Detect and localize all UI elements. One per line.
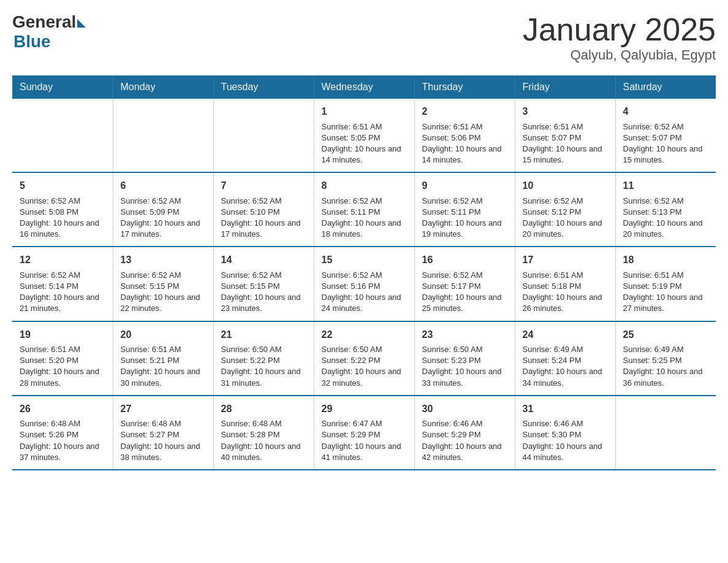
day-info: Sunrise: 6:52 AM Sunset: 5:11 PM Dayligh… [422,196,507,240]
calendar-cell: 4Sunrise: 6:52 AM Sunset: 5:07 PM Daylig… [615,99,716,172]
day-info: Sunrise: 6:51 AM Sunset: 5:19 PM Dayligh… [623,270,709,315]
day-info: Sunrise: 6:51 AM Sunset: 5:06 PM Dayligh… [422,121,507,166]
day-info: Sunrise: 6:49 AM Sunset: 5:25 PM Dayligh… [623,344,709,389]
calendar-cell: 31Sunrise: 6:46 AM Sunset: 5:30 PM Dayli… [515,396,615,470]
day-number: 15 [322,253,407,267]
day-number: 28 [221,402,306,416]
logo-general-text: General [12,12,76,32]
calendar-cell: 14Sunrise: 6:52 AM Sunset: 5:15 PM Dayli… [213,247,314,321]
calendar-cell [615,396,716,470]
calendar-cell: 12Sunrise: 6:52 AM Sunset: 5:14 PM Dayli… [12,247,113,321]
week-row-2: 12Sunrise: 6:52 AM Sunset: 5:14 PM Dayli… [12,247,716,321]
day-info: Sunrise: 6:52 AM Sunset: 5:16 PM Dayligh… [322,270,407,315]
day-number: 17 [523,253,608,267]
week-row-1: 5Sunrise: 6:52 AM Sunset: 5:08 PM Daylig… [12,172,716,247]
calendar-table: SundayMondayTuesdayWednesdayThursdayFrid… [12,75,716,470]
day-info: Sunrise: 6:52 AM Sunset: 5:14 PM Dayligh… [20,270,105,315]
calendar-cell: 3Sunrise: 6:51 AM Sunset: 5:07 PM Daylig… [515,99,615,172]
day-number: 22 [322,328,407,342]
day-number: 27 [121,402,206,416]
day-number: 4 [623,105,709,118]
header-day-saturday: Saturday [615,75,716,99]
day-info: Sunrise: 6:49 AM Sunset: 5:24 PM Dayligh… [523,344,608,389]
day-info: Sunrise: 6:51 AM Sunset: 5:21 PM Dayligh… [121,344,206,389]
calendar-cell: 13Sunrise: 6:52 AM Sunset: 5:15 PM Dayli… [113,247,213,321]
calendar-body: 1Sunrise: 6:51 AM Sunset: 5:05 PM Daylig… [12,99,716,470]
day-info: Sunrise: 6:50 AM Sunset: 5:23 PM Dayligh… [422,344,507,389]
calendar-cell: 23Sunrise: 6:50 AM Sunset: 5:23 PM Dayli… [414,321,515,396]
day-info: Sunrise: 6:52 AM Sunset: 5:13 PM Dayligh… [623,196,709,240]
day-number: 11 [623,179,709,193]
header-day-tuesday: Tuesday [213,75,314,99]
day-number: 30 [422,402,507,416]
calendar-cell: 7Sunrise: 6:52 AM Sunset: 5:10 PM Daylig… [213,172,314,247]
day-info: Sunrise: 6:46 AM Sunset: 5:29 PM Dayligh… [422,418,507,463]
day-number: 7 [221,179,306,193]
day-number: 29 [322,402,407,416]
day-number: 25 [623,328,709,342]
day-info: Sunrise: 6:52 AM Sunset: 5:12 PM Dayligh… [523,196,608,240]
day-info: Sunrise: 6:48 AM Sunset: 5:28 PM Dayligh… [221,418,306,463]
calendar-cell: 10Sunrise: 6:52 AM Sunset: 5:12 PM Dayli… [515,172,615,247]
day-info: Sunrise: 6:51 AM Sunset: 5:05 PM Dayligh… [322,121,407,166]
day-info: Sunrise: 6:50 AM Sunset: 5:22 PM Dayligh… [221,344,306,389]
day-number: 14 [221,253,306,267]
day-number: 18 [623,253,709,267]
calendar-title: January 2025 [523,12,716,47]
header-row: SundayMondayTuesdayWednesdayThursdayFrid… [12,75,716,99]
header-day-friday: Friday [515,75,615,99]
header-day-monday: Monday [113,75,213,99]
day-info: Sunrise: 6:51 AM Sunset: 5:07 PM Dayligh… [523,121,608,166]
calendar-cell: 19Sunrise: 6:51 AM Sunset: 5:20 PM Dayli… [12,321,113,396]
day-info: Sunrise: 6:52 AM Sunset: 5:08 PM Dayligh… [20,196,105,240]
day-info: Sunrise: 6:48 AM Sunset: 5:26 PM Dayligh… [20,418,105,463]
day-number: 31 [523,402,608,416]
day-number: 19 [20,328,105,342]
calendar-cell: 11Sunrise: 6:52 AM Sunset: 5:13 PM Dayli… [615,172,716,247]
calendar-cell: 8Sunrise: 6:52 AM Sunset: 5:11 PM Daylig… [314,172,414,247]
day-number: 21 [221,328,306,342]
day-info: Sunrise: 6:52 AM Sunset: 5:15 PM Dayligh… [121,270,206,315]
logo: General Blue [12,12,86,52]
calendar-cell: 25Sunrise: 6:49 AM Sunset: 5:25 PM Dayli… [615,321,716,396]
day-info: Sunrise: 6:52 AM Sunset: 5:17 PM Dayligh… [422,270,507,315]
calendar-cell: 1Sunrise: 6:51 AM Sunset: 5:05 PM Daylig… [314,99,414,172]
day-number: 12 [20,253,105,267]
day-number: 1 [322,105,407,118]
calendar-cell: 15Sunrise: 6:52 AM Sunset: 5:16 PM Dayli… [314,247,414,321]
logo-arrow-icon [77,19,86,28]
calendar-cell: 9Sunrise: 6:52 AM Sunset: 5:11 PM Daylig… [414,172,515,247]
day-number: 9 [422,179,507,193]
day-number: 2 [422,105,507,118]
day-number: 6 [121,179,206,193]
week-row-4: 26Sunrise: 6:48 AM Sunset: 5:26 PM Dayli… [12,396,716,470]
day-number: 5 [20,179,105,193]
calendar-cell: 6Sunrise: 6:52 AM Sunset: 5:09 PM Daylig… [113,172,213,247]
header-day-wednesday: Wednesday [314,75,414,99]
header-day-thursday: Thursday [414,75,515,99]
day-info: Sunrise: 6:52 AM Sunset: 5:09 PM Dayligh… [121,196,206,240]
calendar-cell: 5Sunrise: 6:52 AM Sunset: 5:08 PM Daylig… [12,172,113,247]
calendar-cell: 30Sunrise: 6:46 AM Sunset: 5:29 PM Dayli… [414,396,515,470]
title-section: January 2025 Qalyub, Qalyubia, Egypt [523,12,716,63]
day-info: Sunrise: 6:51 AM Sunset: 5:18 PM Dayligh… [523,270,608,315]
day-info: Sunrise: 6:52 AM Sunset: 5:11 PM Dayligh… [322,196,407,240]
day-number: 26 [20,402,105,416]
calendar-cell [12,99,113,172]
logo-blue-text: Blue [13,32,51,52]
calendar-header: SundayMondayTuesdayWednesdayThursdayFrid… [12,75,716,99]
day-info: Sunrise: 6:52 AM Sunset: 5:15 PM Dayligh… [221,270,306,315]
calendar-cell: 16Sunrise: 6:52 AM Sunset: 5:17 PM Dayli… [414,247,515,321]
calendar-cell: 21Sunrise: 6:50 AM Sunset: 5:22 PM Dayli… [213,321,314,396]
calendar-cell: 20Sunrise: 6:51 AM Sunset: 5:21 PM Dayli… [113,321,213,396]
day-info: Sunrise: 6:50 AM Sunset: 5:22 PM Dayligh… [322,344,407,389]
calendar-cell: 17Sunrise: 6:51 AM Sunset: 5:18 PM Dayli… [515,247,615,321]
day-number: 3 [523,105,608,118]
day-number: 13 [121,253,206,267]
header-day-sunday: Sunday [12,75,113,99]
calendar-cell: 2Sunrise: 6:51 AM Sunset: 5:06 PM Daylig… [414,99,515,172]
week-row-3: 19Sunrise: 6:51 AM Sunset: 5:20 PM Dayli… [12,321,716,396]
calendar-cell: 24Sunrise: 6:49 AM Sunset: 5:24 PM Dayli… [515,321,615,396]
calendar-cell: 29Sunrise: 6:47 AM Sunset: 5:29 PM Dayli… [314,396,414,470]
day-number: 23 [422,328,507,342]
